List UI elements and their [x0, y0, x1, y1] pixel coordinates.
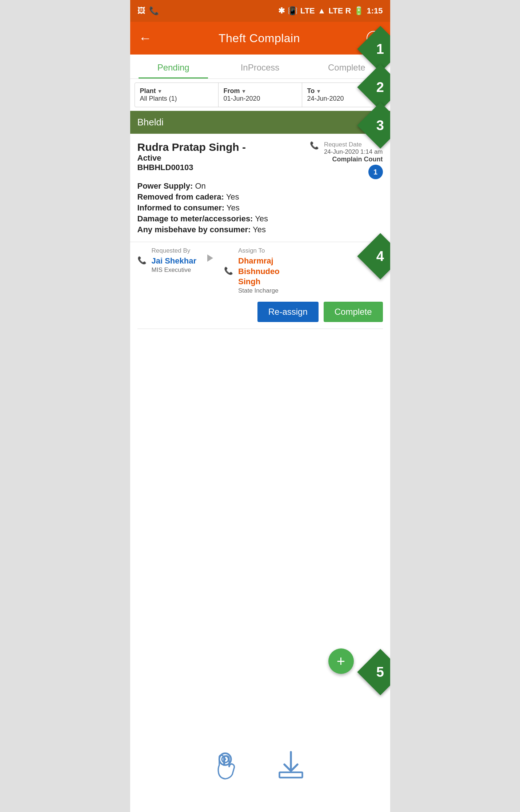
person-name: Rudra Pratap Singh -	[137, 141, 246, 153]
assign-to-role: State Incharge	[238, 287, 279, 294]
to-dropdown-arrow: ▼	[316, 88, 321, 94]
meter-id: BHBHLD00103	[137, 163, 246, 172]
signal-icon: ▲	[318, 6, 326, 16]
requested-by-block: Requested By Jai Shekhar MIS Executive	[152, 247, 197, 274]
card-top: Rudra Pratap Singh - Active BHBHLD00103 …	[137, 141, 383, 179]
plant-value: All Plants (1)	[140, 95, 213, 102]
count-badge: 1	[368, 165, 383, 179]
complain-count-label: Complain Count	[332, 156, 383, 163]
misbehave-row: Any misbehave by consumer: Yes	[137, 225, 383, 234]
requested-by-role: MIS Executive	[152, 266, 191, 274]
status-right-icons: ✱ 📳 LTE ▲ LTE R 🔋 1:15	[278, 6, 383, 16]
diamond-label-5: 5	[376, 664, 384, 680]
card-divider	[137, 329, 383, 329]
from-value: 01-Jun-2020	[224, 95, 297, 102]
battery-icon: 🔋	[354, 6, 364, 16]
from-label: From ▼	[224, 87, 297, 95]
request-date-value: 24-Jun-2020 1:14 am	[324, 148, 383, 156]
misbehave-value: Yes	[253, 225, 266, 234]
action-buttons: Re-assign Complete	[130, 298, 390, 329]
assign-to-name: DharmrajBishnudeoSingh	[238, 256, 280, 287]
informed-consumer-row: Informed to consumer: Yes	[137, 203, 383, 213]
plant-label: Plant ▼	[140, 87, 213, 95]
tab-bar: Pending InProcess Complete	[130, 55, 390, 79]
bottom-icons	[130, 749, 390, 790]
image-icon: 🖼	[137, 6, 145, 16]
phone-icon: 📞	[310, 141, 319, 150]
section-header: Bheldi	[130, 111, 390, 134]
diamond-badge-5: 5	[357, 649, 390, 695]
from-filter[interactable]: From ▼ 01-Jun-2020	[219, 83, 302, 107]
complaint-card: Rudra Pratap Singh - Active BHBHLD00103 …	[130, 134, 390, 242]
add-fab-icon: +	[337, 653, 345, 670]
status-active: Active	[137, 153, 246, 163]
card-right: 📞 Request Date 24-Jun-2020 1:14 am Compl…	[310, 141, 383, 179]
play-icon	[207, 254, 213, 262]
assignee-phone-icon: 📞	[224, 266, 233, 275]
damage-meter-row: Damage to meter/accessories: Yes	[137, 214, 383, 224]
complain-count-section: Complain Count 1	[332, 156, 383, 179]
diamond-label-1: 1	[376, 41, 384, 57]
request-date-block: Request Date 24-Jun-2020 1:14 am	[324, 141, 383, 156]
complete-button[interactable]: Complete	[324, 302, 383, 322]
plant-dropdown-arrow: ▼	[157, 88, 163, 94]
back-button[interactable]: ←	[139, 31, 152, 46]
requested-by-name: Jai Shekhar	[152, 256, 197, 266]
phone-row: 📞 Request Date 24-Jun-2020 1:14 am	[310, 141, 383, 156]
diamond-label-4: 4	[376, 248, 384, 264]
filter-bar: Plant ▼ All Plants (1) From ▼ 01-Jun-202…	[135, 83, 386, 107]
diamond-label-3: 3	[376, 117, 384, 133]
assign-section: 📞 Requested By Jai Shekhar MIS Executive…	[130, 242, 390, 298]
bluetooth-icon: ✱	[278, 6, 285, 16]
damage-value: Yes	[255, 214, 268, 223]
svg-rect-4	[280, 772, 303, 777]
section-title: Bheldi	[137, 117, 164, 128]
assign-to-row: 📞 Assign To DharmrajBishnudeoSingh State…	[224, 247, 280, 294]
time-display: 1:15	[367, 6, 383, 16]
phone-status-icon: 📞	[149, 6, 159, 16]
reassign-button[interactable]: Re-assign	[257, 302, 319, 322]
app-header: ← Theft Complain i	[130, 22, 390, 55]
power-supply-row: Power Supply: On	[137, 181, 383, 191]
vibrate-icon: 📳	[288, 6, 297, 16]
assign-to-label: Assign To	[238, 247, 265, 254]
page-title: Theft Complain	[219, 32, 300, 45]
informed-value: Yes	[227, 203, 240, 212]
card-left: Rudra Pratap Singh - Active BHBHLD00103	[137, 141, 246, 174]
lte-r-icon: LTE R	[329, 6, 351, 16]
removed-cadera-row: Removed from cadera: Yes	[137, 192, 383, 202]
removed-value: Yes	[226, 192, 239, 201]
status-bar: 🖼 📞 ✱ 📳 LTE ▲ LTE R 🔋 1:15	[130, 0, 390, 22]
plant-filter[interactable]: Plant ▼ All Plants (1)	[135, 83, 219, 107]
from-dropdown-arrow: ▼	[241, 88, 247, 94]
add-fab-button[interactable]: +	[328, 648, 354, 674]
assign-to-block: Assign To DharmrajBishnudeoSingh State I…	[238, 247, 280, 294]
requested-by-row: 📞 Requested By Jai Shekhar MIS Executive	[137, 247, 197, 274]
requester-phone-icon: 📞	[137, 256, 147, 265]
status-left-icons: 🖼 📞	[137, 6, 159, 16]
tab-pending[interactable]: Pending	[130, 55, 217, 79]
requested-by-label: Requested By	[152, 247, 191, 254]
touch-icon	[213, 749, 245, 783]
tab-inprocess[interactable]: InProcess	[217, 55, 303, 79]
phone-screen: 🖼 📞 ✱ 📳 LTE ▲ LTE R 🔋 1:15 ← Theft Compl…	[130, 0, 390, 812]
diamond-label-2: 2	[376, 79, 384, 95]
power-supply-value: On	[195, 181, 205, 190]
lte-icon: LTE	[300, 6, 315, 16]
download-icon	[275, 749, 307, 783]
